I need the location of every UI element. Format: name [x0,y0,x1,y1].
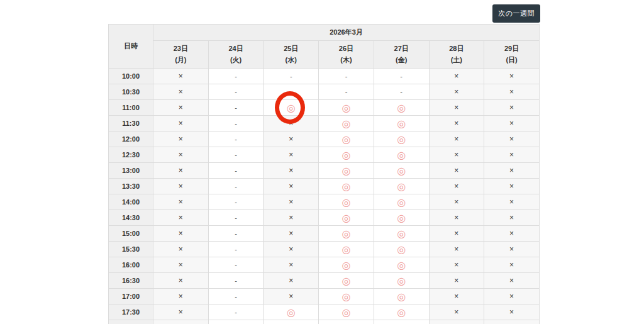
slot-cell-1000-day5: × [429,69,484,84]
slot-cell-1200-day4[interactable]: ◎ [374,131,429,147]
day-weekday: (火) [209,55,264,66]
slot-cell-1400-day3[interactable]: ◎ [319,194,374,210]
slot-cell-1330-day2: × [264,179,319,194]
slot-cell-1500-day4[interactable]: ◎ [374,226,429,242]
slot-cell-1300-day6: × [484,163,540,179]
slot-cell-1600-day5: × [429,257,484,273]
slot-cell-1230-day5: × [429,147,484,163]
slot-cell-1730-day3[interactable]: ◎ [319,304,374,320]
slot-cell-1700-day4[interactable]: ◎ [374,289,429,304]
time-label: 14:00 [109,194,153,210]
slot-cell-1130-day4[interactable]: ◎ [374,116,429,131]
slot-cell-1330-day4[interactable]: ◎ [374,179,429,194]
slot-cell-1530-day3[interactable]: ◎ [319,242,374,257]
slot-cell-1500-day0: × [153,226,209,242]
slot-cell-1530-day4[interactable]: ◎ [374,242,429,257]
time-row-1800: 18:00×-◎◎◎×× [109,320,540,324]
slot-cell-1230-day4[interactable]: ◎ [374,147,429,163]
slot-cell-1100-day4[interactable]: ◎ [374,100,429,116]
time-label: 17:30 [109,304,153,320]
slot-cell-1800-day2[interactable]: ◎ [264,320,319,324]
slot-cell-1630-day4[interactable]: ◎ [374,273,429,289]
slot-cell-1400-day5: × [429,194,484,210]
slot-cell-1630-day0: × [153,273,209,289]
day-header-27: 27日(金) [374,41,429,69]
slot-cell-1600-day3[interactable]: ◎ [319,257,374,273]
day-weekday: (金) [374,55,429,66]
slot-cell-1030-day4: - [374,84,429,100]
slot-cell-1400-day1: - [208,194,264,210]
slot-cell-1800-day4[interactable]: ◎ [374,320,429,324]
time-row-1530: 15:30×-×◎◎×× [109,242,540,257]
slot-cell-1200-day3[interactable]: ◎ [319,131,374,147]
time-label: 13:30 [109,179,153,194]
slot-cell-1600-day4[interactable]: ◎ [374,257,429,273]
slot-cell-1730-day6: × [484,304,540,320]
slot-cell-1300-day0: × [153,163,209,179]
slot-cell-1130-day3[interactable]: ◎ [319,116,374,131]
slot-cell-1730-day0: × [153,304,209,320]
time-label: 10:00 [109,69,153,84]
time-label: 13:00 [109,163,153,179]
slot-cell-1430-day0: × [153,210,209,226]
slot-cell-1430-day4[interactable]: ◎ [374,210,429,226]
slot-cell-1300-day3[interactable]: ◎ [319,163,374,179]
slot-cell-1530-day2: × [264,242,319,257]
slot-cell-1130-day1: - [208,116,264,131]
slot-cell-1100-day3[interactable]: ◎ [319,100,374,116]
time-label: 10:30 [109,84,153,100]
day-header-26: 26日(木) [319,41,374,69]
day-weekday: (月) [153,55,208,66]
slot-cell-1730-day5: × [429,304,484,320]
time-row-1200: 12:00×-×◎◎×× [109,131,540,147]
slot-cell-1400-day4[interactable]: ◎ [374,194,429,210]
next-week-button[interactable]: 次の一週間 [492,4,540,23]
slot-cell-1100-day2[interactable]: ◎ [264,100,319,116]
slot-cell-1200-day6: × [484,131,540,147]
slot-cell-1230-day0: × [153,147,209,163]
slot-cell-1700-day0: × [153,289,209,304]
slot-cell-1000-day0: × [153,69,209,84]
slot-cell-1700-day1: - [208,289,264,304]
slot-cell-1630-day5: × [429,273,484,289]
slot-cell-1700-day6: × [484,289,540,304]
day-header-24: 24日(火) [208,41,264,69]
time-label: 11:30 [109,116,153,131]
slot-cell-1600-day2: × [264,257,319,273]
slot-cell-1300-day4[interactable]: ◎ [374,163,429,179]
time-label: 12:30 [109,147,153,163]
slot-cell-1000-day1: - [208,69,264,84]
time-row-1330: 13:30×-×◎◎×× [109,179,540,194]
slot-cell-1200-day2: × [264,131,319,147]
slot-cell-1330-day3[interactable]: ◎ [319,179,374,194]
slot-cell-1130-day6: × [484,116,540,131]
slot-cell-1130-day2: × [264,116,319,131]
day-header-25: 25日(水) [264,41,319,69]
time-label: 15:30 [109,242,153,257]
slot-cell-1400-day2: × [264,194,319,210]
time-label: 12:00 [109,131,153,147]
slot-cell-1200-day5: × [429,131,484,147]
slot-cell-1430-day3[interactable]: ◎ [319,210,374,226]
slot-cell-1200-day1: - [208,131,264,147]
slot-cell-1000-day4: - [374,69,429,84]
slot-cell-1700-day3[interactable]: ◎ [319,289,374,304]
slot-cell-1230-day3[interactable]: ◎ [319,147,374,163]
day-date: 27日 [374,43,429,55]
time-label: 18:00 [109,320,153,324]
slot-cell-1730-day2[interactable]: ◎ [264,304,319,320]
slot-cell-1730-day1: - [208,304,264,320]
slot-cell-1030-day3: - [319,84,374,100]
day-header-row: 23日(月)24日(火)25日(水)26日(木)27日(金)28日(土)29日(… [109,41,540,69]
slot-cell-1630-day3[interactable]: ◎ [319,273,374,289]
slot-cell-1500-day3[interactable]: ◎ [319,226,374,242]
slot-cell-1030-day6: × [484,84,540,100]
slot-cell-1630-day1: - [208,273,264,289]
slot-cell-1730-day4[interactable]: ◎ [374,304,429,320]
slot-cell-1300-day2: × [264,163,319,179]
slot-cell-1500-day1: - [208,226,264,242]
slot-cell-1800-day3[interactable]: ◎ [319,320,374,324]
time-row-1000: 10:00×----×× [109,69,540,84]
slot-cell-1800-day6: × [484,320,540,324]
day-header-28: 28日(土) [429,41,484,69]
